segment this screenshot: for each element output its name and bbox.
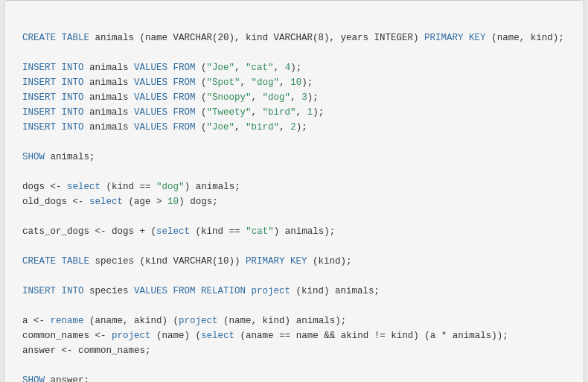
line-1: CREATE TABLE animals (name VARCHAR(20), …: [22, 33, 564, 43]
line-3: INSERT INTO animals VALUES FROM ("Joe", …: [22, 63, 301, 73]
line-21: common_names <- project (name) (select (…: [22, 331, 508, 341]
code-editor: CREATE TABLE animals (name VARCHAR(20), …: [4, 0, 584, 382]
line-12: old_dogs <- select (age > 10) dogs;: [22, 197, 218, 207]
line-14: cats_or_dogs <- dogs + (select (kind == …: [22, 226, 335, 237]
line-16: CREATE TABLE species (kind VARCHAR(10)) …: [22, 256, 352, 267]
line-4: INSERT INTO animals VALUES FROM ("Spot",…: [22, 77, 313, 88]
line-6: INSERT INTO animals VALUES FROM ("Tweety…: [22, 107, 324, 118]
line-7: INSERT INTO animals VALUES FROM ("Joe", …: [22, 122, 307, 133]
line-22: answer <- common_names;: [22, 346, 151, 356]
line-24: SHOW answer;: [22, 375, 89, 382]
line-5: INSERT INTO animals VALUES FROM ("Snoopy…: [22, 92, 319, 103]
line-11: dogs <- select (kind == "dog") animals;: [22, 182, 240, 192]
code-content: CREATE TABLE animals (name VARCHAR(20), …: [22, 16, 566, 382]
line-9: SHOW animals;: [22, 152, 95, 162]
line-18: INSERT INTO species VALUES FROM RELATION…: [22, 286, 380, 296]
line-20: a <- rename (aname, akind) (project (nam…: [22, 316, 346, 326]
